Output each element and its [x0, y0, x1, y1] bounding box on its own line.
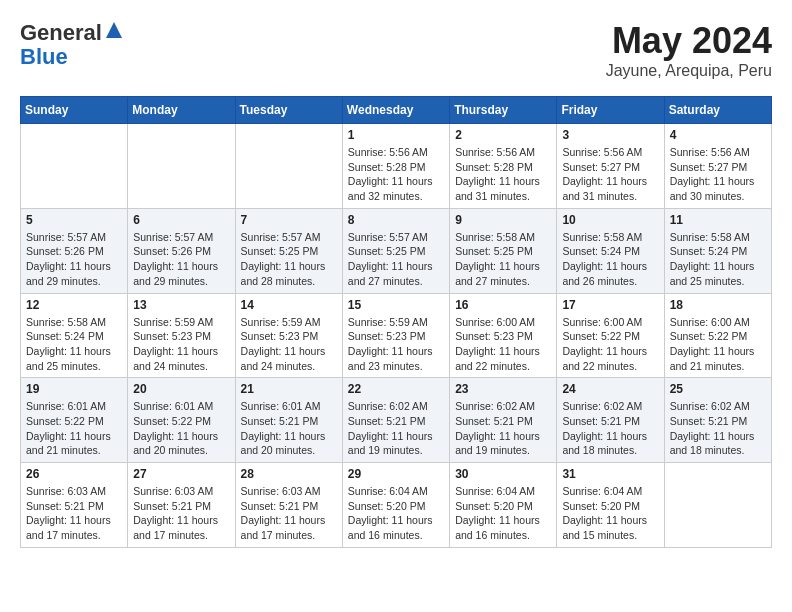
calendar-cell: 15Sunrise: 5:59 AMSunset: 5:23 PMDayligh…: [342, 293, 449, 378]
day-info: Sunrise: 5:59 AMSunset: 5:23 PMDaylight:…: [241, 315, 337, 374]
day-info: Sunrise: 6:00 AMSunset: 5:23 PMDaylight:…: [455, 315, 551, 374]
day-number: 5: [26, 213, 122, 227]
calendar-cell: 9Sunrise: 5:58 AMSunset: 5:25 PMDaylight…: [450, 208, 557, 293]
day-info: Sunrise: 5:57 AMSunset: 5:25 PMDaylight:…: [241, 230, 337, 289]
calendar-cell: 2Sunrise: 5:56 AMSunset: 5:28 PMDaylight…: [450, 124, 557, 209]
day-info: Sunrise: 6:04 AMSunset: 5:20 PMDaylight:…: [455, 484, 551, 543]
day-info: Sunrise: 5:57 AMSunset: 5:26 PMDaylight:…: [133, 230, 229, 289]
day-info: Sunrise: 5:58 AMSunset: 5:24 PMDaylight:…: [670, 230, 766, 289]
logo: General Blue: [20, 20, 124, 69]
calendar-cell: 31Sunrise: 6:04 AMSunset: 5:20 PMDayligh…: [557, 463, 664, 548]
day-header-saturday: Saturday: [664, 97, 771, 124]
calendar-cell: 24Sunrise: 6:02 AMSunset: 5:21 PMDayligh…: [557, 378, 664, 463]
day-info: Sunrise: 5:56 AMSunset: 5:27 PMDaylight:…: [562, 145, 658, 204]
day-number: 25: [670, 382, 766, 396]
day-number: 1: [348, 128, 444, 142]
day-number: 29: [348, 467, 444, 481]
day-number: 6: [133, 213, 229, 227]
day-info: Sunrise: 5:58 AMSunset: 5:25 PMDaylight:…: [455, 230, 551, 289]
day-number: 17: [562, 298, 658, 312]
calendar-cell: 18Sunrise: 6:00 AMSunset: 5:22 PMDayligh…: [664, 293, 771, 378]
page-header: General Blue May 2024 Jayune, Arequipa, …: [20, 20, 772, 80]
day-number: 4: [670, 128, 766, 142]
calendar-cell: 13Sunrise: 5:59 AMSunset: 5:23 PMDayligh…: [128, 293, 235, 378]
calendar-cell: [21, 124, 128, 209]
calendar-cell: 6Sunrise: 5:57 AMSunset: 5:26 PMDaylight…: [128, 208, 235, 293]
day-header-friday: Friday: [557, 97, 664, 124]
days-of-week-row: SundayMondayTuesdayWednesdayThursdayFrid…: [21, 97, 772, 124]
day-number: 22: [348, 382, 444, 396]
day-number: 18: [670, 298, 766, 312]
calendar-cell: 1Sunrise: 5:56 AMSunset: 5:28 PMDaylight…: [342, 124, 449, 209]
calendar-cell: [128, 124, 235, 209]
day-number: 2: [455, 128, 551, 142]
day-number: 3: [562, 128, 658, 142]
day-number: 9: [455, 213, 551, 227]
day-number: 30: [455, 467, 551, 481]
day-info: Sunrise: 6:02 AMSunset: 5:21 PMDaylight:…: [562, 399, 658, 458]
calendar-cell: 20Sunrise: 6:01 AMSunset: 5:22 PMDayligh…: [128, 378, 235, 463]
day-number: 24: [562, 382, 658, 396]
logo-general: General: [20, 20, 102, 45]
calendar-cell: 23Sunrise: 6:02 AMSunset: 5:21 PMDayligh…: [450, 378, 557, 463]
day-info: Sunrise: 6:01 AMSunset: 5:22 PMDaylight:…: [26, 399, 122, 458]
calendar-cell: 29Sunrise: 6:04 AMSunset: 5:20 PMDayligh…: [342, 463, 449, 548]
week-row-4: 19Sunrise: 6:01 AMSunset: 5:22 PMDayligh…: [21, 378, 772, 463]
week-row-1: 1Sunrise: 5:56 AMSunset: 5:28 PMDaylight…: [21, 124, 772, 209]
day-number: 13: [133, 298, 229, 312]
title-block: May 2024 Jayune, Arequipa, Peru: [606, 20, 772, 80]
logo-icon: [104, 20, 124, 40]
calendar-table: SundayMondayTuesdayWednesdayThursdayFrid…: [20, 96, 772, 548]
day-number: 11: [670, 213, 766, 227]
calendar-header: SundayMondayTuesdayWednesdayThursdayFrid…: [21, 97, 772, 124]
day-info: Sunrise: 5:56 AMSunset: 5:28 PMDaylight:…: [348, 145, 444, 204]
day-info: Sunrise: 6:01 AMSunset: 5:22 PMDaylight:…: [133, 399, 229, 458]
day-info: Sunrise: 6:00 AMSunset: 5:22 PMDaylight:…: [562, 315, 658, 374]
calendar-cell: 28Sunrise: 6:03 AMSunset: 5:21 PMDayligh…: [235, 463, 342, 548]
day-info: Sunrise: 6:00 AMSunset: 5:22 PMDaylight:…: [670, 315, 766, 374]
day-number: 23: [455, 382, 551, 396]
calendar-cell: 3Sunrise: 5:56 AMSunset: 5:27 PMDaylight…: [557, 124, 664, 209]
week-row-2: 5Sunrise: 5:57 AMSunset: 5:26 PMDaylight…: [21, 208, 772, 293]
day-info: Sunrise: 6:02 AMSunset: 5:21 PMDaylight:…: [348, 399, 444, 458]
day-number: 26: [26, 467, 122, 481]
calendar-cell: 27Sunrise: 6:03 AMSunset: 5:21 PMDayligh…: [128, 463, 235, 548]
calendar-cell: 26Sunrise: 6:03 AMSunset: 5:21 PMDayligh…: [21, 463, 128, 548]
calendar-cell: 19Sunrise: 6:01 AMSunset: 5:22 PMDayligh…: [21, 378, 128, 463]
day-info: Sunrise: 5:59 AMSunset: 5:23 PMDaylight:…: [348, 315, 444, 374]
day-info: Sunrise: 6:01 AMSunset: 5:21 PMDaylight:…: [241, 399, 337, 458]
calendar-cell: 5Sunrise: 5:57 AMSunset: 5:26 PMDaylight…: [21, 208, 128, 293]
day-number: 27: [133, 467, 229, 481]
calendar-cell: [664, 463, 771, 548]
day-number: 31: [562, 467, 658, 481]
day-number: 21: [241, 382, 337, 396]
day-info: Sunrise: 6:04 AMSunset: 5:20 PMDaylight:…: [348, 484, 444, 543]
calendar-cell: 25Sunrise: 6:02 AMSunset: 5:21 PMDayligh…: [664, 378, 771, 463]
calendar-cell: 17Sunrise: 6:00 AMSunset: 5:22 PMDayligh…: [557, 293, 664, 378]
day-number: 8: [348, 213, 444, 227]
day-number: 12: [26, 298, 122, 312]
day-header-tuesday: Tuesday: [235, 97, 342, 124]
day-number: 20: [133, 382, 229, 396]
day-number: 28: [241, 467, 337, 481]
day-number: 14: [241, 298, 337, 312]
day-header-thursday: Thursday: [450, 97, 557, 124]
calendar-cell: 12Sunrise: 5:58 AMSunset: 5:24 PMDayligh…: [21, 293, 128, 378]
page-title: May 2024: [606, 20, 772, 62]
day-number: 16: [455, 298, 551, 312]
calendar-cell: 30Sunrise: 6:04 AMSunset: 5:20 PMDayligh…: [450, 463, 557, 548]
calendar-cell: 10Sunrise: 5:58 AMSunset: 5:24 PMDayligh…: [557, 208, 664, 293]
day-info: Sunrise: 5:56 AMSunset: 5:28 PMDaylight:…: [455, 145, 551, 204]
day-header-wednesday: Wednesday: [342, 97, 449, 124]
day-number: 19: [26, 382, 122, 396]
day-info: Sunrise: 6:03 AMSunset: 5:21 PMDaylight:…: [133, 484, 229, 543]
day-header-sunday: Sunday: [21, 97, 128, 124]
day-number: 10: [562, 213, 658, 227]
day-info: Sunrise: 5:57 AMSunset: 5:25 PMDaylight:…: [348, 230, 444, 289]
day-info: Sunrise: 5:58 AMSunset: 5:24 PMDaylight:…: [562, 230, 658, 289]
day-number: 15: [348, 298, 444, 312]
logo-blue: Blue: [20, 44, 68, 69]
day-info: Sunrise: 5:56 AMSunset: 5:27 PMDaylight:…: [670, 145, 766, 204]
calendar-cell: 8Sunrise: 5:57 AMSunset: 5:25 PMDaylight…: [342, 208, 449, 293]
day-info: Sunrise: 5:58 AMSunset: 5:24 PMDaylight:…: [26, 315, 122, 374]
